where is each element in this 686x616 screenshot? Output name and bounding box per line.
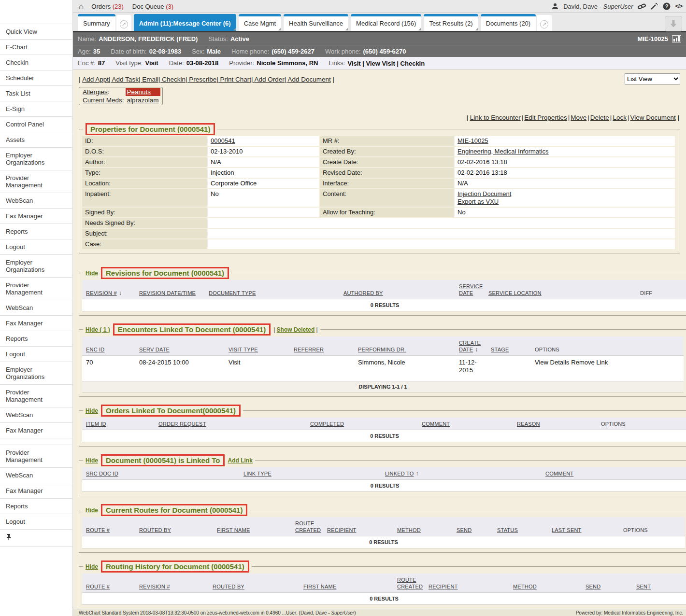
col-send[interactable]: SEND (586, 583, 636, 590)
lock-link[interactable]: Lock (609, 114, 627, 121)
tab-documents[interactable]: Documents (20) (481, 14, 536, 31)
scroll-down-button[interactable] (665, 16, 682, 31)
edit-properties-link[interactable]: Edit Properties (521, 114, 567, 121)
sidebar-item-quick-view[interactable]: Quick View (0, 24, 72, 40)
move-link[interactable]: Move (567, 114, 587, 121)
sidebar-item-logout[interactable]: Logout (0, 239, 72, 255)
doc-id-link[interactable]: 0000541 (211, 137, 235, 144)
sidebar-item-fax-manager[interactable]: Fax Manager (0, 209, 72, 224)
sidebar-item-reports[interactable]: Reports (0, 224, 72, 239)
sidebar-item-webscan[interactable]: WebScan (0, 300, 72, 316)
link-checkin[interactable]: Checkin (395, 60, 425, 67)
code-icon[interactable]: </> (675, 3, 682, 10)
sidebar-item-task-list[interactable]: Task List (0, 86, 72, 101)
tab-case-mgmt[interactable]: Case Mgmt (239, 14, 281, 31)
col-method[interactable]: METHOD (397, 527, 457, 533)
link-view-visit[interactable]: View Visit (361, 60, 395, 67)
add-task-link[interactable]: Add Task (109, 76, 139, 83)
sidebar-item-reports[interactable]: Reports (0, 331, 72, 347)
col-document-type[interactable]: DOCUMENT TYPE (209, 290, 343, 296)
link-icon[interactable] (638, 2, 646, 11)
col-enc-id[interactable]: ENC ID (86, 346, 139, 353)
col-send[interactable]: SEND (457, 527, 497, 533)
med-alprazolam-link[interactable]: alprazolam (127, 97, 159, 104)
mr-number-link[interactable]: MIE-10025 (457, 137, 488, 144)
col-visit-type[interactable]: VISIT TYPE (229, 346, 294, 353)
link-visit[interactable]: Visit (347, 60, 360, 67)
sidebar-item-clipped[interactable] (0, 438, 72, 445)
sidebar-item-provider-management[interactable]: Provider Management (0, 385, 72, 407)
help-icon[interactable]: ? (663, 2, 671, 11)
nav-orders[interactable]: Orders (23) (91, 3, 123, 10)
sidebar-item-checkin[interactable]: Checkin (0, 55, 72, 70)
col-revision-num[interactable]: REVISION #↓ (86, 290, 139, 296)
col-revision-num[interactable]: REVISION # (139, 583, 213, 590)
allergy-peanuts-link[interactable]: Peanuts (127, 88, 151, 96)
col-linked-to[interactable]: LINKED TO↑ (385, 470, 545, 477)
view-mode-select[interactable]: List View (625, 73, 680, 84)
sidebar-item-provider-management[interactable]: Provider Management (0, 278, 72, 300)
sidebar-item-webscan[interactable]: WebScan (0, 468, 72, 483)
col-src-doc-id[interactable]: SRC DOC ID (86, 470, 243, 477)
col-stage[interactable]: STAGE (491, 346, 535, 353)
col-service-date[interactable]: SERVICE DATE (459, 283, 488, 296)
col-route-created[interactable]: ROUTE CREATED (295, 520, 327, 533)
col-revision-datetime[interactable]: REVISION DATE/TIME (139, 290, 209, 296)
add-document-link[interactable]: Add Document (285, 76, 331, 83)
tab-test-results[interactable]: Test Results (2) (424, 14, 478, 31)
wand-icon[interactable] (650, 2, 658, 11)
sidebar-item-assets[interactable]: Assets (0, 132, 72, 148)
hide-revisions-link[interactable]: Hide (86, 270, 98, 277)
col-comment[interactable]: COMMENT (545, 470, 684, 477)
add-order-link[interactable]: Add Order (251, 76, 285, 83)
col-first-name[interactable]: FIRST NAME (217, 527, 295, 533)
hide-encounters-link[interactable]: Hide ( 1 ) (86, 326, 110, 333)
col-route-num[interactable]: ROUTE # (86, 583, 139, 590)
sidebar-item-webscan[interactable]: WebScan (0, 193, 72, 209)
prescribe-link[interactable]: Prescribe (186, 76, 216, 83)
remove-link-link[interactable]: Remove Link (571, 359, 608, 366)
col-create-date[interactable]: CREATE DATE↓ (459, 339, 491, 353)
sidebar-item-e-chart[interactable]: E-Chart (0, 40, 72, 55)
sidebar-item-fax-manager[interactable]: Fax Manager (0, 316, 72, 331)
home-icon[interactable]: ⌂ (79, 2, 84, 11)
sidebar-item-fax-manager[interactable]: Fax Manager (0, 423, 72, 438)
col-authored-by[interactable]: AUTHORED BY (343, 290, 459, 296)
sidebar-item-employer-organizations[interactable]: Employer Organizations (0, 255, 72, 278)
tab-medical-record[interactable]: Medical Record (156) (351, 14, 421, 31)
col-reason[interactable]: REASON (517, 420, 601, 427)
sidebar-pin-toggle[interactable] (0, 530, 72, 547)
view-details-link[interactable]: View Details (535, 359, 569, 366)
checkin-link[interactable]: Checkin (158, 76, 186, 83)
sidebar-item-e-sign[interactable]: E-Sign (0, 101, 72, 117)
export-vxu-link[interactable]: Export as VXU (457, 198, 499, 205)
injection-document-link[interactable]: Injection Document (457, 190, 511, 197)
col-recipient[interactable]: RECIPIENT (429, 583, 513, 590)
hide-linked-to-link[interactable]: Hide (86, 457, 98, 464)
col-first-name[interactable]: FIRST NAME (303, 583, 397, 590)
sidebar-item-provider-management[interactable]: Provider Management (0, 170, 72, 193)
sidebar-item-provider-management[interactable]: Provider Management (0, 445, 72, 468)
col-route-created[interactable]: ROUTE CREATED (397, 576, 429, 590)
view-document-link[interactable]: View Document (627, 114, 676, 121)
col-method[interactable]: METHOD (513, 583, 586, 590)
col-status[interactable]: STATUS (497, 527, 552, 533)
sidebar-item-scheduler[interactable]: Scheduler (0, 70, 72, 86)
tab-summary[interactable]: Summary (78, 14, 115, 31)
col-order-request[interactable]: ORDER REQUEST (158, 420, 310, 427)
col-serv-date[interactable]: SERV DATE (139, 346, 229, 353)
col-last-sent[interactable]: LAST SENT (552, 527, 623, 533)
col-recipient[interactable]: RECIPIENT (327, 527, 397, 533)
sidebar-item-employer-organizations[interactable]: Employer Organizations (0, 362, 72, 385)
chart-graph-icon[interactable] (672, 35, 681, 42)
sidebar-item-reports[interactable]: Reports (0, 499, 72, 514)
sidebar-item-logout[interactable]: Logout (0, 347, 72, 362)
sidebar-item-control-panel[interactable]: Control Panel (0, 117, 72, 132)
created-by-link[interactable]: Engineering, Medical Informatics (457, 148, 549, 155)
col-sent[interactable]: SENT (636, 583, 682, 590)
tab-admin-message-center[interactable]: Admin (11):Message Center (6) (134, 14, 236, 31)
sidebar-item-webscan[interactable]: WebScan (0, 407, 72, 423)
tab-health-surveillance[interactable]: Health Surveillance (284, 14, 348, 31)
col-routed-by[interactable]: ROUTED BY (139, 527, 217, 533)
hide-orders-link[interactable]: Hide (86, 407, 98, 414)
